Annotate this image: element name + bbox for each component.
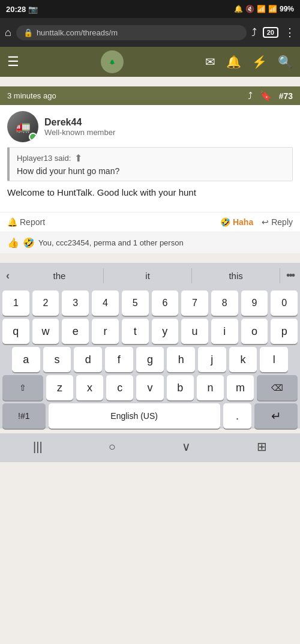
key-m[interactable]: m	[227, 375, 254, 400]
key-e[interactable]: e	[62, 319, 89, 344]
key-n[interactable]: n	[197, 375, 224, 400]
key-7[interactable]: 7	[181, 290, 208, 316]
reactions-text: You, ccc23454, perma and 1 other person	[38, 238, 184, 247]
site-nav: ☰ 🌲 ✉ 🔔 ⚡ 🔍	[0, 47, 300, 77]
key-t[interactable]: t	[122, 319, 149, 344]
browser-bar: ⌂ 🔒 hunttalk.com/threads/m ⤴ 20 ⋮	[0, 18, 300, 47]
key-4[interactable]: 4	[92, 290, 119, 316]
nav-back[interactable]: |||	[33, 440, 43, 454]
nav-bar: ||| ○ ∨ ⊞	[0, 433, 300, 462]
reply-button[interactable]: ↩ Reply	[262, 217, 293, 227]
author-row: 🚛 Derek44 Well-known member	[7, 111, 293, 142]
period-key[interactable]: .	[223, 403, 252, 429]
share-post-icon[interactable]: ⤴	[248, 91, 253, 101]
key-g[interactable]: g	[136, 347, 164, 372]
search-icon[interactable]: 🔍	[278, 55, 293, 69]
space-key[interactable]: English (US)	[49, 403, 220, 429]
quote-attribution: Hplayer13 said: ⬆	[17, 152, 285, 164]
status-bar: 20:28 📷 🔔 🔇 📶 📶 99%	[0, 0, 300, 18]
post-content: Welcome to HuntTalk. Good luck with your…	[7, 186, 293, 199]
author-name[interactable]: Derek44	[44, 117, 115, 128]
mail-icon[interactable]: ✉	[205, 55, 215, 69]
menu-icon[interactable]: ☰	[7, 54, 19, 70]
key-j[interactable]: j	[198, 347, 226, 372]
footer-right: 🤣 Haha ↩ Reply	[220, 217, 293, 227]
asdf-row: a s d f g h j k l	[2, 347, 298, 372]
key-u[interactable]: u	[181, 319, 208, 344]
key-5[interactable]: 5	[122, 290, 149, 316]
key-i[interactable]: i	[211, 319, 238, 344]
key-x[interactable]: x	[76, 375, 103, 400]
quote-block: Hplayer13 said: ⬆ How did your hunt go m…	[7, 147, 293, 181]
post-container: 3 minutes ago ⤴ 🔖 #73 🚛 Derek44 Well-kno…	[0, 86, 300, 253]
key-9[interactable]: 9	[241, 290, 268, 316]
tab-count[interactable]: 20	[263, 27, 278, 38]
key-c[interactable]: c	[106, 375, 133, 400]
key-2[interactable]: 2	[32, 290, 59, 316]
haha-emoji: 🤣	[220, 217, 230, 227]
reply-icon: ↩	[262, 217, 269, 227]
status-time: 20:28 📷	[6, 5, 38, 14]
more-icon[interactable]: ⋮	[284, 26, 295, 39]
quote-text: How did your hunt go man?	[17, 166, 285, 176]
nav-home[interactable]: ○	[109, 440, 116, 454]
bookmark-icon[interactable]: 🔖	[260, 90, 272, 101]
report-button[interactable]: 🔔 Report	[7, 217, 45, 227]
key-8[interactable]: 8	[211, 290, 238, 316]
shift-key[interactable]: ⇧	[2, 375, 43, 400]
post-time: 3 minutes ago	[7, 91, 56, 100]
suggest-this[interactable]: this	[192, 268, 280, 283]
key-w[interactable]: w	[32, 319, 59, 344]
post-number: #73	[279, 91, 293, 101]
key-o[interactable]: o	[241, 319, 268, 344]
key-a[interactable]: a	[12, 347, 40, 372]
suggest-back-icon[interactable]: ‹	[0, 269, 16, 282]
key-d[interactable]: d	[74, 347, 102, 372]
nav-grid-icon[interactable]: ⊞	[257, 439, 267, 454]
key-v[interactable]: v	[136, 375, 163, 400]
key-3[interactable]: 3	[62, 290, 89, 316]
content-area: 3 minutes ago ⤴ 🔖 #73 🚛 Derek44 Well-kno…	[0, 77, 300, 263]
enter-key[interactable]: ↵	[254, 403, 298, 429]
share-icon[interactable]: ⤴	[251, 26, 257, 39]
key-k[interactable]: k	[229, 347, 257, 372]
suggest-the[interactable]: the	[16, 268, 104, 283]
bottom-row: !#1 English (US) . ↵	[2, 403, 298, 429]
post-header: 3 minutes ago ⤴ 🔖 #73	[0, 86, 300, 105]
key-y[interactable]: y	[152, 319, 179, 344]
browser-actions: ⤴ 20 ⋮	[251, 26, 295, 39]
key-h[interactable]: h	[167, 347, 195, 372]
suggest-more-icon[interactable]: •••	[280, 269, 300, 282]
reaction-thumbsup: 👍	[7, 237, 19, 248]
key-q[interactable]: q	[2, 319, 29, 344]
post-footer: 🔔 Report 🤣 Haha ↩ Reply	[0, 212, 300, 232]
key-b[interactable]: b	[167, 375, 194, 400]
key-s[interactable]: s	[43, 347, 71, 372]
suggest-it[interactable]: it	[104, 268, 192, 283]
url-bar[interactable]: 🔒 hunttalk.com/threads/m	[16, 25, 247, 40]
key-6[interactable]: 6	[152, 290, 179, 316]
key-z[interactable]: z	[46, 375, 73, 400]
quote-up-icon[interactable]: ⬆	[74, 152, 82, 164]
key-r[interactable]: r	[92, 319, 119, 344]
report-icon: 🔔	[7, 217, 17, 227]
keyboard-suggestion-bar: ‹ the it this •••	[0, 263, 300, 288]
site-nav-icons: ✉ 🔔 ⚡ 🔍	[205, 55, 293, 69]
delete-key[interactable]: ⌫	[257, 375, 298, 400]
post-body: 🚛 Derek44 Well-known member Hplayer13 sa…	[0, 105, 300, 209]
key-0[interactable]: 0	[271, 290, 298, 316]
lock-icon: 🔒	[23, 28, 33, 37]
key-f[interactable]: f	[105, 347, 133, 372]
author-info: Derek44 Well-known member	[44, 117, 115, 137]
symbols-key[interactable]: !#1	[2, 403, 46, 429]
key-l[interactable]: l	[260, 347, 288, 372]
nav-down[interactable]: ∨	[182, 439, 191, 454]
key-1[interactable]: 1	[2, 290, 29, 316]
bell-icon[interactable]: 🔔	[226, 55, 241, 69]
haha-button[interactable]: 🤣 Haha	[220, 217, 253, 227]
bolt-icon[interactable]: ⚡	[252, 55, 267, 69]
avatar: 🚛	[7, 111, 38, 142]
key-p[interactable]: p	[271, 319, 298, 344]
home-icon[interactable]: ⌂	[5, 26, 11, 39]
number-row: 1 2 3 4 5 6 7 8 9 0	[2, 290, 298, 316]
